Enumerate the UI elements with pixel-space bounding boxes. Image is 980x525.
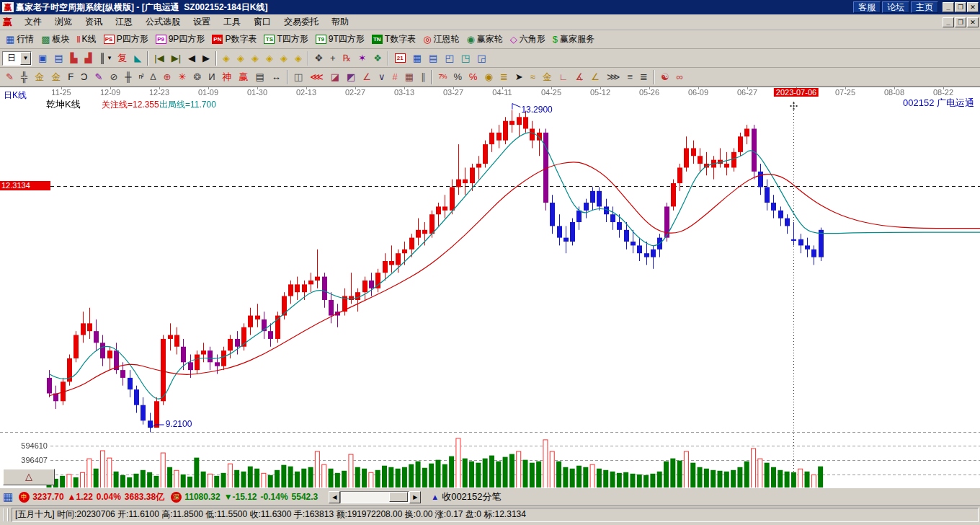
- red-grid-icon[interactable]: #: [388, 69, 401, 85]
- compass-icon[interactable]: ⊕: [159, 69, 174, 85]
- kline-canvas[interactable]: [0, 87, 980, 488]
- candle-style-icon[interactable]: ║▾: [96, 50, 115, 66]
- shift-right-icon[interactable]: ◈: [233, 50, 248, 66]
- volume-expand-button[interactable]: △: [3, 469, 55, 485]
- t-table-button[interactable]: TNT数字表: [368, 32, 419, 48]
- infobar-grip[interactable]: [3, 508, 9, 521]
- menu-item-8[interactable]: 窗口: [247, 14, 277, 30]
- angle-a-icon[interactable]: ∆: [147, 69, 160, 85]
- scroll-track[interactable]: [340, 491, 409, 503]
- f10-info-icon[interactable]: ▤: [50, 50, 66, 66]
- pattern-tool-icon[interactable]: ❖: [370, 50, 386, 66]
- menu-item-5[interactable]: 公式选股: [139, 14, 187, 30]
- infinity-icon[interactable]: ∞: [673, 69, 687, 85]
- color-pattern-icon[interactable]: ◣: [130, 50, 145, 66]
- percent-line-icon[interactable]: 7%: [435, 69, 450, 85]
- calculator-icon[interactable]: ▦: [409, 50, 425, 66]
- market-grid-icon[interactable]: ▦: [3, 490, 13, 503]
- draw-pencil-icon[interactable]: ✎: [2, 69, 17, 85]
- star-burst-icon[interactable]: ✳: [174, 69, 190, 85]
- first-page-icon[interactable]: |◀: [151, 50, 167, 66]
- percent-levels-icon[interactable]: ℅: [466, 69, 481, 85]
- win-tool-icon[interactable]: 赢: [236, 69, 252, 85]
- scroll-right-button[interactable]: ▶: [409, 491, 421, 503]
- v-lines-icon[interactable]: ∨: [375, 69, 389, 85]
- last-page-icon[interactable]: ▶|: [168, 50, 184, 66]
- quote-mark-icon[interactable]: И: [205, 69, 218, 85]
- dropdown-arrow-icon[interactable]: ▼: [20, 52, 31, 65]
- minimize-button[interactable]: _: [943, 2, 954, 12]
- p-square-button[interactable]: PSP四方形: [100, 32, 152, 48]
- t-square-button[interactable]: TST四方形: [260, 32, 311, 48]
- shift-left-icon[interactable]: ◈: [219, 50, 233, 66]
- shanghai-index-icon[interactable]: 申: [19, 492, 30, 503]
- j-angle-icon[interactable]: ∟: [556, 69, 572, 85]
- shenzhen-index-icon[interactable]: 深: [171, 492, 182, 503]
- ruler-icon[interactable]: ▤: [252, 69, 268, 85]
- network-icon[interactable]: ◲: [473, 50, 489, 66]
- dropdown-arrow-icon[interactable]: ▾: [108, 53, 111, 63]
- p9-square-button[interactable]: P99P四方形: [152, 32, 209, 48]
- chart-bars3-icon[interactable]: ▙: [67, 50, 81, 66]
- child-close-button[interactable]: ✕: [967, 17, 979, 27]
- service-link-button[interactable]: 客服: [853, 1, 881, 13]
- speed-lines-icon[interactable]: ⋙: [603, 69, 624, 85]
- calendar-icon[interactable]: 21: [391, 50, 409, 66]
- forum-link-button[interactable]: 论坛: [882, 1, 909, 13]
- trend-flag-icon[interactable]: ➤: [512, 69, 527, 85]
- n2-tool-icon[interactable]: n²: [135, 69, 147, 85]
- menu-item-2[interactable]: 浏览: [48, 14, 79, 30]
- fan-box-icon[interactable]: ◪: [327, 69, 343, 85]
- wave-gold-icon[interactable]: ≈: [527, 69, 539, 85]
- quotes-button[interactable]: ▦行情: [2, 32, 37, 48]
- angle-pointer-icon[interactable]: ℞: [339, 50, 355, 66]
- compress-v-icon[interactable]: ◈: [291, 50, 306, 66]
- shenzhen-index-quote[interactable]: 11080.32▼-15.12-0.14%5542.3: [184, 492, 321, 502]
- fan-box2-icon[interactable]: ◩: [343, 69, 359, 85]
- prev-page-icon[interactable]: ◀: [184, 50, 199, 66]
- menu-item-1[interactable]: 文件: [18, 14, 48, 30]
- zoom-out-h-icon[interactable]: ◈: [248, 50, 262, 66]
- menu-item-4[interactable]: 江恩: [109, 14, 139, 30]
- gold-circle-icon[interactable]: ◉: [481, 69, 496, 85]
- child-minimize-button[interactable]: _: [943, 17, 954, 27]
- restore-button[interactable]: ❐: [955, 2, 966, 12]
- gann-wheel-button[interactable]: ◎江恩轮: [419, 32, 463, 48]
- export-icon[interactable]: ◳: [458, 50, 473, 66]
- close-button[interactable]: ✕: [967, 2, 979, 12]
- menu-item-10[interactable]: 帮助: [325, 14, 355, 30]
- tick-chart-link[interactable]: ▲ 收002152分笔: [431, 490, 501, 503]
- winner-wheel-button[interactable]: ◉赢家轮: [463, 32, 507, 48]
- scroll-thumb[interactable]: [389, 492, 408, 502]
- arc-tool-icon[interactable]: Ɔ: [77, 69, 91, 85]
- menu-item-3[interactable]: 资讯: [79, 14, 109, 30]
- yin-yang-icon[interactable]: ☯: [657, 69, 673, 85]
- quad-lines-icon[interactable]: ≣: [636, 69, 651, 85]
- chip-tool-icon[interactable]: ✶: [355, 50, 370, 66]
- kline-button[interactable]: |||K线: [74, 32, 100, 48]
- window-layout-icon[interactable]: ▣: [35, 50, 50, 66]
- circle-cross-icon[interactable]: ⊘: [106, 69, 121, 85]
- flag-pencil-icon[interactable]: ✎: [91, 69, 106, 85]
- gann-fan-icon[interactable]: ⋘: [306, 69, 327, 85]
- hexagon-button[interactable]: ◇六角形: [507, 32, 549, 48]
- menu-item-6[interactable]: 设置: [187, 14, 217, 30]
- horizontal-scrollbar[interactable]: ◀ ▶: [329, 491, 421, 503]
- gold-angle-icon[interactable]: ∠: [587, 69, 603, 85]
- sectors-button[interactable]: ▩板块: [37, 32, 73, 48]
- menu-item-7[interactable]: 工具: [217, 14, 247, 30]
- next-page-icon[interactable]: ▶: [199, 50, 213, 66]
- parallel-lines-icon[interactable]: ∥: [417, 69, 429, 85]
- time-box-icon[interactable]: ◫: [290, 69, 306, 85]
- restore-adjust-icon[interactable]: 复: [114, 50, 130, 66]
- shen-tool-icon[interactable]: 神: [219, 69, 236, 85]
- expand-v-icon[interactable]: ◈: [277, 50, 291, 66]
- home-link-button[interactable]: 主页: [911, 1, 938, 13]
- pan-hand-icon[interactable]: ✥: [311, 50, 326, 66]
- gold-levels-icon[interactable]: ≣: [496, 69, 512, 85]
- p-table-button[interactable]: PNP数字表: [208, 32, 260, 48]
- period-select[interactable]: 日▼: [2, 51, 32, 66]
- crosshair-icon[interactable]: +: [326, 50, 339, 66]
- chart-bars9-icon[interactable]: ▟: [81, 50, 96, 66]
- small-grid-icon[interactable]: ╫: [121, 69, 135, 85]
